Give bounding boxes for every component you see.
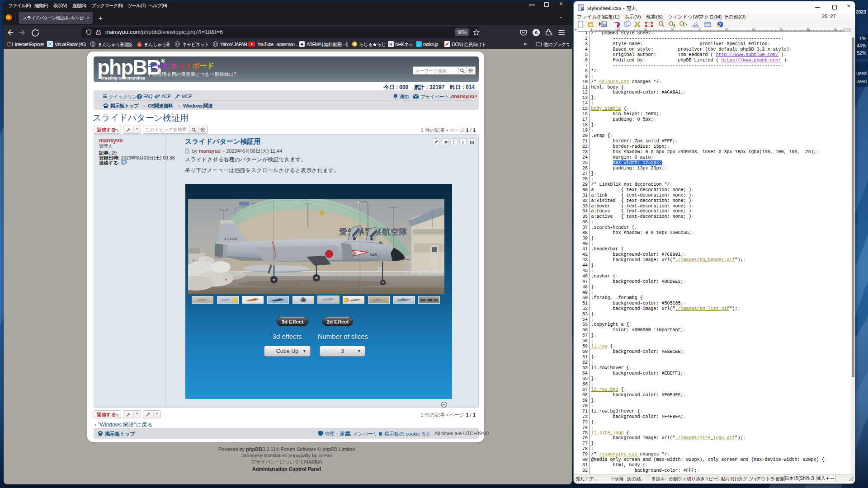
svg-text:10: 10: [617, 28, 620, 31]
svg-text:20: 20: [644, 28, 647, 31]
svg-text:60: 60: [752, 28, 756, 31]
svg-text:345: 345: [370, 252, 377, 257]
svg-text:N: N: [390, 42, 392, 47]
svg-text:80: 80: [807, 28, 810, 31]
svg-text:50: 50: [725, 28, 729, 31]
svg-text:A: A: [301, 42, 304, 47]
svg-text:47-8345: 47-8345: [224, 237, 238, 241]
svg-text:90: 90: [834, 28, 837, 31]
svg-text:0: 0: [590, 28, 592, 31]
svg-text:40: 40: [698, 28, 702, 31]
svg-text:?: ?: [138, 94, 141, 99]
svg-text:70: 70: [779, 28, 783, 31]
svg-text:A: A: [534, 30, 538, 35]
svg-text:30: 30: [671, 28, 675, 31]
